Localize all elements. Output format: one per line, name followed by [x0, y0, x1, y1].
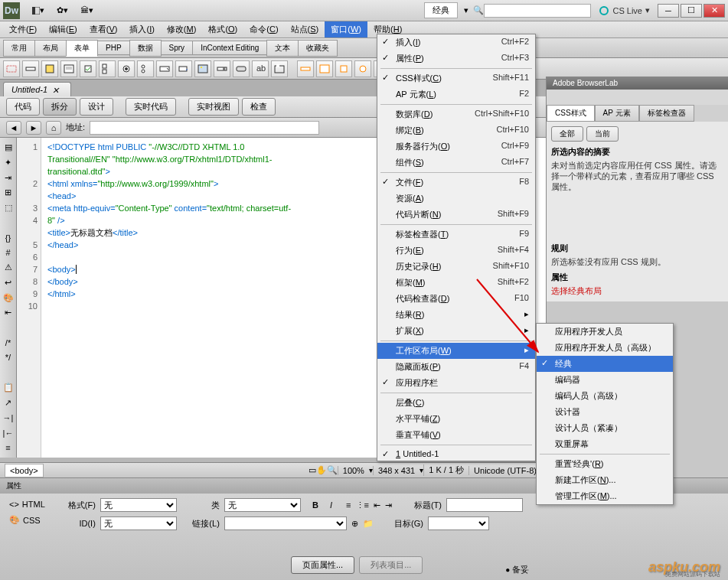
insert-tab-1[interactable]: 布局 — [34, 40, 67, 57]
class-select[interactable]: 无 — [224, 498, 301, 512]
indent-btn-icon[interactable]: ⇥ — [385, 500, 392, 510]
filefield-icon[interactable] — [214, 60, 230, 77]
spry-checkbox-icon[interactable] — [335, 60, 352, 77]
css-mode-button[interactable]: 🎨 CSS — [5, 513, 50, 526]
hidden-icon[interactable] — [41, 60, 58, 77]
checkboxgroup-icon[interactable] — [99, 60, 116, 77]
insert-tab-6[interactable]: InContext Editing — [192, 41, 267, 55]
address-input[interactable] — [90, 121, 319, 135]
select-parent-icon[interactable]: ⬚ — [2, 202, 15, 214]
forward-button[interactable]: ► — [26, 121, 41, 135]
html-mode-button[interactable]: <> HTML — [5, 498, 50, 510]
view-btn-拆分[interactable]: 拆分 — [43, 98, 77, 116]
menu-item-行为[interactable]: 行为(E)Shift+F4 — [377, 243, 535, 259]
tag-selector[interactable]: <body> — [5, 464, 44, 477]
show-code-nav-icon[interactable]: ✦ — [2, 157, 15, 169]
textfield-icon[interactable] — [22, 60, 39, 77]
menu-命令[interactable]: 命令(C) — [243, 21, 284, 37]
menu-item-工作区布局[interactable]: 工作区布局(W)▸ — [377, 343, 535, 359]
submenu-item-双重屏幕[interactable]: 双重屏幕 — [537, 436, 673, 452]
apply-comment-icon[interactable]: /* — [2, 337, 15, 349]
auto-indent-icon[interactable]: ⇤ — [2, 307, 15, 319]
menu-文件[interactable]: 文件(F) — [3, 21, 43, 37]
browse-folder-icon[interactable]: 📁 — [363, 519, 374, 529]
line-numbers-icon[interactable]: # — [2, 246, 15, 259]
css-panel-tab-2[interactable]: 标签检查器 — [639, 105, 694, 122]
menu-item-代码片断[interactable]: 代码片断(N)Shift+F9 — [377, 207, 535, 223]
menu-item-资源[interactable]: 资源(A) — [377, 191, 535, 207]
insert-tab-2[interactable]: 表单 — [66, 40, 98, 57]
menu-窗口[interactable]: 窗口(W) — [325, 21, 367, 37]
submenu-item-编码器[interactable]: 编码器 — [537, 372, 673, 388]
menu-item-属性[interactable]: ✓属性(P)Ctrl+F3 — [377, 51, 535, 67]
balance-braces-icon[interactable]: {} — [2, 232, 15, 244]
menu-修改[interactable]: 修改(M) — [161, 21, 203, 37]
menu-item-框架[interactable]: 框架(M)Shift+F2 — [377, 275, 535, 291]
insert-tab-8[interactable]: 收藏夹 — [298, 40, 338, 57]
target-select[interactable] — [428, 516, 489, 530]
syntax-color-icon[interactable]: 🎨 — [2, 292, 15, 304]
menu-item-代码检查器[interactable]: 代码检查器(D)F10 — [377, 291, 535, 307]
menu-item-绑定[interactable]: 绑定(B)Ctrl+F10 — [377, 122, 535, 138]
extend-icon[interactable]: ✿▾ — [52, 4, 73, 17]
workspace-label[interactable]: 经典 — [424, 2, 458, 18]
id-select[interactable]: 无 — [100, 516, 177, 530]
menu-item-垂直平铺[interactable]: 垂直平铺(V) — [377, 427, 535, 443]
home-icon[interactable]: ⌂ — [46, 121, 61, 135]
menu-item-服务器行为[interactable]: 服务器行为(O)Ctrl+F9 — [377, 138, 535, 155]
radio-icon[interactable] — [118, 60, 135, 77]
view-btn-实时视图[interactable]: 实时视图 — [188, 98, 239, 116]
submenu-item-新建工作区[interactable]: 新建工作区(N)... — [537, 472, 673, 488]
page-properties-button[interactable]: 页面属性... — [291, 556, 354, 574]
submenu-item-设计人员（紧凑）[interactable]: 设计人员（紧凑） — [537, 420, 673, 436]
expand-all-icon[interactable]: ⊞ — [2, 187, 15, 199]
spry-textfield-icon[interactable] — [297, 60, 314, 77]
bold-icon[interactable]: B — [312, 500, 318, 510]
highlight-invalid-icon[interactable]: ⚠ — [2, 262, 15, 274]
window-size[interactable]: 348 x 431 — [373, 466, 419, 475]
menu-查看[interactable]: 查看(V) — [83, 21, 124, 37]
insert-tab-3[interactable]: PHP — [97, 41, 130, 55]
search-input[interactable] — [484, 4, 591, 18]
jumpmenu-icon[interactable] — [175, 60, 192, 77]
move-css-icon[interactable]: ↗ — [2, 396, 15, 409]
format-select[interactable]: 无 — [100, 498, 177, 512]
select-tool-icon[interactable]: ▭ — [309, 465, 316, 475]
format-source-icon[interactable]: ≡ — [2, 442, 15, 454]
submenu-item-应用程序开发人员（高级）[interactable]: 应用程序开发人员（高级） — [537, 340, 673, 356]
form-icon[interactable] — [3, 60, 20, 77]
insert-tab-0[interactable]: 常用 — [3, 40, 35, 57]
menu-item-结果[interactable]: 结果(R)▸ — [377, 307, 535, 323]
submenu-item-管理工作区[interactable]: 管理工作区(M)... — [537, 488, 673, 504]
submenu-item-经典[interactable]: ✓经典 — [537, 356, 673, 372]
link-select[interactable] — [224, 516, 347, 530]
spry-radio-icon[interactable] — [354, 60, 371, 77]
ul-icon[interactable]: ≡ — [346, 500, 351, 510]
css-all-button[interactable]: 全部 — [551, 126, 583, 142]
menu-item-历史记录[interactable]: 历史记录(H)Shift+F10 — [377, 259, 535, 275]
maximize-button[interactable]: ☐ — [681, 4, 702, 18]
layout-switcher-icon[interactable]: ▾ — [28, 4, 49, 17]
textarea-icon[interactable] — [60, 60, 77, 77]
menu-item-插入[interactable]: ✓插入(I)Ctrl+F2 — [377, 34, 535, 51]
menu-item-扩展[interactable]: 扩展(X)▸ — [377, 323, 535, 339]
menu-item-数据库[interactable]: 数据库(D)Ctrl+Shift+F10 — [377, 106, 535, 122]
cslive-button[interactable]: CS Live▾ — [599, 5, 650, 16]
css-panel-tab-0[interactable]: CSS样式 — [547, 105, 595, 122]
ol-icon[interactable]: ⋮≡ — [356, 500, 369, 510]
select-icon[interactable] — [156, 60, 173, 77]
minimize-button[interactable]: ─ — [658, 4, 679, 18]
browserlab-panel-header[interactable]: Adobe BrowserLab — [547, 77, 728, 90]
menu-格式[interactable]: 格式(O) — [202, 21, 243, 37]
insert-tab-4[interactable]: 数据 — [129, 40, 162, 57]
submenu-item-重置'经典'[interactable]: 重置'经典'(R) — [537, 456, 673, 472]
menu-item-文件[interactable]: ✓文件(F)F8 — [377, 174, 535, 191]
label-icon[interactable]: abc — [252, 60, 269, 77]
menu-item-1 Untitled-1[interactable]: ✓1 Untitled-1 — [377, 447, 535, 461]
menu-插入[interactable]: 插入(I) — [123, 21, 160, 37]
button-icon[interactable] — [233, 60, 250, 77]
menu-item-隐藏面板[interactable]: 隐藏面板(P)F4 — [377, 359, 535, 375]
close-button[interactable]: ✕ — [704, 4, 725, 18]
imagefield-icon[interactable] — [194, 60, 211, 77]
view-btn-代码[interactable]: 代码 — [6, 98, 40, 116]
